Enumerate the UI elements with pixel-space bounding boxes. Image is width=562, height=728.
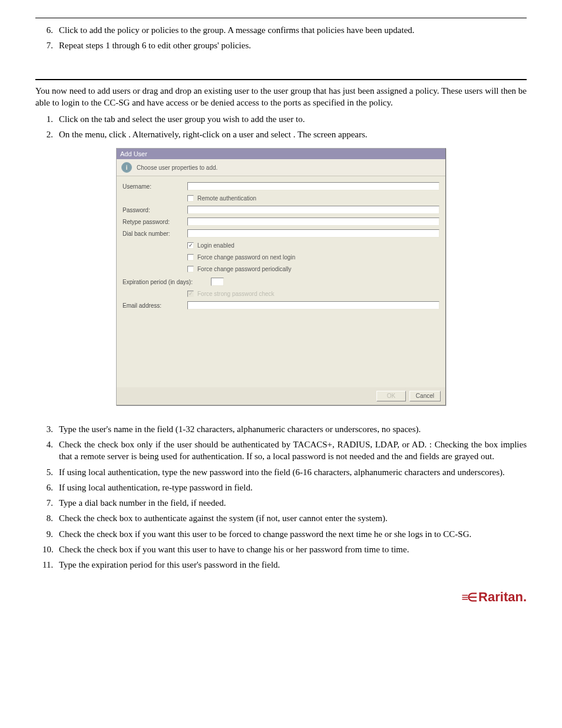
force-next-label: Force change password on next login xyxy=(197,253,295,262)
dialog-header: i Choose user properties to add. xyxy=(117,159,445,176)
step-text: Type the user's name in the field (1-32 … xyxy=(59,423,527,435)
step-number: 9. xyxy=(42,528,59,540)
list-item: 5.If using local authentication, type th… xyxy=(35,466,527,478)
step-number: 1. xyxy=(42,113,59,125)
email-label: Email address: xyxy=(123,302,187,310)
strong-pw-label: Force strong password check xyxy=(197,290,275,298)
step-number: 11. xyxy=(42,559,59,571)
step-text: Check the check box if you want this use… xyxy=(59,543,527,555)
dialog-title: Add User xyxy=(117,149,445,160)
step-text: Check the check box to authenticate agai… xyxy=(59,512,527,524)
dialog-subtitle: Choose user properties to add. xyxy=(137,164,217,172)
list-item: 8.Check the check box to authenticate ag… xyxy=(35,512,527,524)
expiration-label: Expiration period (in days): xyxy=(123,278,211,286)
force-next-checkbox[interactable] xyxy=(187,254,194,261)
username-input[interactable] xyxy=(187,182,439,190)
step-text: On the menu, click . Alternatively, righ… xyxy=(59,129,527,140)
add-user-dialog: Add User i Choose user properties to add… xyxy=(116,148,446,406)
list-item: 10.Check the check box if you want this … xyxy=(35,543,527,555)
remote-auth-label: Remote authentication xyxy=(197,195,256,203)
step-text: Click on the tab and select the user gro… xyxy=(59,113,527,125)
list-item: 6. Click to add the policy or policies t… xyxy=(35,24,527,36)
step-text: Repeat steps 1 through 6 to edit other g… xyxy=(59,39,527,51)
step-number: 3. xyxy=(42,423,59,435)
step-text: Type the expiration period for this user… xyxy=(59,559,527,571)
footer: ≡∈ Raritan. xyxy=(35,588,527,606)
dialback-input[interactable] xyxy=(187,229,439,238)
expiration-input[interactable] xyxy=(211,278,224,286)
step-number: 8. xyxy=(42,512,59,524)
dialog-buttons: OK Cancel xyxy=(117,387,445,405)
list-item: 2. On the menu, click . Alternatively, r… xyxy=(35,129,527,140)
step-number: 2. xyxy=(42,129,59,140)
logo-mark-icon: ≡∈ xyxy=(461,589,476,605)
login-enabled-checkbox[interactable]: ✓ xyxy=(187,242,194,249)
brand-logo: ≡∈ Raritan. xyxy=(461,588,527,606)
top-rule xyxy=(35,18,527,18)
step-text: Check the check box only if the user sho… xyxy=(59,439,527,463)
list-item: 9.Check the check box if you want this u… xyxy=(35,528,527,540)
retype-label: Retype password: xyxy=(123,218,187,226)
list-item: 1. Click on the tab and select the user … xyxy=(35,113,527,125)
email-input[interactable] xyxy=(187,301,439,309)
force-period-label: Force change password periodically xyxy=(197,265,292,274)
step-text: Type a dial back number in the field, if… xyxy=(59,497,527,509)
force-period-checkbox[interactable] xyxy=(187,266,194,272)
step-text: Check the check box if you want this use… xyxy=(59,528,527,540)
post-dialog-steps: 3.Type the user's name in the field (1-3… xyxy=(35,423,527,571)
step-text: If using local authentication, re-type p… xyxy=(59,482,527,493)
info-icon: i xyxy=(121,162,132,173)
cancel-button[interactable]: Cancel xyxy=(409,391,441,401)
step-number: 6. xyxy=(42,24,59,36)
step-number: 4. xyxy=(42,439,59,463)
section-rule xyxy=(35,79,527,80)
step-number: 7. xyxy=(42,39,59,51)
step-text: If using local authentication, type the … xyxy=(59,466,527,478)
brand-text: Raritan. xyxy=(478,588,527,606)
dialog-body: Username: Remote authentication Password… xyxy=(117,176,445,387)
login-enabled-label: Login enabled xyxy=(197,242,234,250)
password-input[interactable] xyxy=(187,206,439,214)
step-number: 5. xyxy=(42,466,59,478)
username-label: Username: xyxy=(123,183,187,191)
retype-input[interactable] xyxy=(187,218,439,226)
remote-auth-checkbox[interactable] xyxy=(187,195,194,202)
top-steps-list: 6. Click to add the policy or policies t… xyxy=(35,24,527,52)
password-label: Password: xyxy=(123,206,187,215)
section-intro: You now need to add users or drag and dr… xyxy=(35,85,527,109)
ok-button[interactable]: OK xyxy=(376,391,406,401)
step-number: 7. xyxy=(42,497,59,509)
pre-dialog-steps: 1. Click on the tab and select the user … xyxy=(35,113,527,141)
list-item: 4.Check the check box only if the user s… xyxy=(35,439,527,463)
list-item: 11.Type the expiration period for this u… xyxy=(35,559,527,571)
dialback-label: Dial back number: xyxy=(123,230,187,238)
step-text: Click to add the policy or policies to t… xyxy=(59,24,527,36)
step-number: 6. xyxy=(42,482,59,493)
list-item: 7.Type a dial back number in the field, … xyxy=(35,497,527,509)
step-number: 10. xyxy=(42,543,59,555)
strong-pw-checkbox: ✓ xyxy=(187,291,194,297)
list-item: 6.If using local authentication, re-type… xyxy=(35,482,527,493)
list-item: 7. Repeat steps 1 through 6 to edit othe… xyxy=(35,39,527,51)
list-item: 3.Type the user's name in the field (1-3… xyxy=(35,423,527,435)
